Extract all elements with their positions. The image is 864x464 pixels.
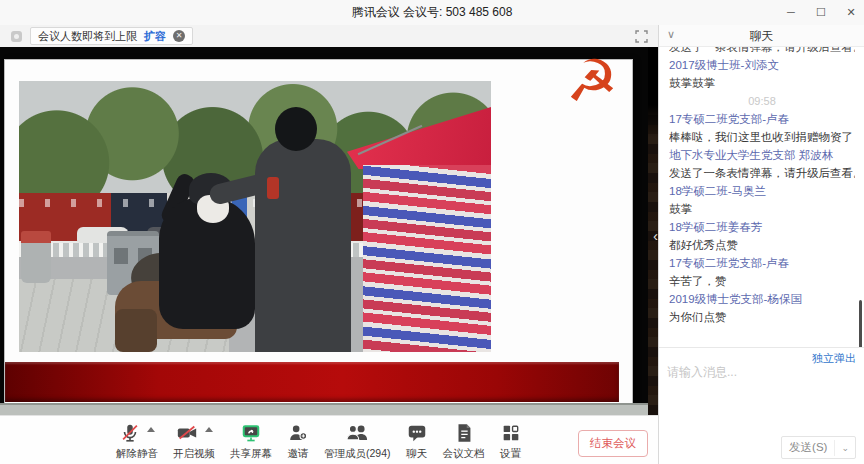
chat-timestamp: 09:58 <box>669 92 855 110</box>
document-icon <box>453 422 475 444</box>
expand-capacity-link[interactable]: 扩容 <box>144 29 166 44</box>
send-button-label[interactable]: 发送(S) <box>782 437 834 458</box>
chat-bubble-icon <box>406 422 428 444</box>
invite-button[interactable]: 邀请 <box>287 416 309 461</box>
chat-message-text: 发送了一条表情弹幕，请升级后查看。 <box>669 164 855 182</box>
chat-header: ∨ 聊天 <box>659 25 864 47</box>
close-icon[interactable]: ✕ <box>844 0 858 25</box>
chat-label: 聊天 <box>406 447 427 461</box>
popout-chat-link[interactable]: 独立弹出 <box>812 352 856 364</box>
chat-sender-name: 2017级博士班-刘添文 <box>669 56 855 74</box>
party-emblem-icon: ☭ <box>566 52 618 110</box>
notification-bar: 会议人数即将到上限 扩容 ✕ <box>0 25 658 47</box>
chat-message-text: 辛苦了，赞 <box>669 272 855 290</box>
invite-icon <box>287 422 309 444</box>
clipped-message: 发送了一条表情弹幕，请升级后查看。 <box>669 47 855 56</box>
start-video-button[interactable]: 开启视频 <box>173 416 215 461</box>
chat-scrollbar[interactable] <box>859 300 862 348</box>
unmute-button[interactable]: 解除静音 <box>116 416 158 461</box>
chat-message-text: 都好优秀点赞 <box>669 236 855 254</box>
temperature-check-photo <box>19 81 491 352</box>
notification-status-icon <box>11 31 22 42</box>
chevron-down-icon[interactable]: ∨ <box>667 28 675 41</box>
manage-members-label: 管理成员(294) <box>324 447 391 461</box>
minimize-icon[interactable]: ─ <box>784 0 798 25</box>
shared-screen-stage: ☭ ‹ <box>0 47 658 415</box>
chat-sender-name: 17专硕二班党支部-卢春 <box>669 254 855 272</box>
send-button[interactable]: 发送(S) ⌄ <box>781 436 856 459</box>
share-screen-label: 共享屏幕 <box>230 447 272 461</box>
unmute-options-caret-icon[interactable] <box>147 427 155 432</box>
end-meeting-button[interactable]: 结束会议 <box>578 430 648 457</box>
maximize-icon[interactable]: ☐ <box>814 0 828 25</box>
meeting-docs-label: 会议文档 <box>443 447 485 461</box>
camera-off-icon <box>175 422 199 444</box>
chat-sender-name: 18学硕二班姜春芳 <box>669 218 855 236</box>
popout-row: 独立弹出 <box>659 347 864 363</box>
capacity-notification: 会议人数即将到上限 扩容 ✕ <box>30 27 193 45</box>
start-video-options-caret-icon[interactable] <box>205 427 213 432</box>
photo-volunteer-collar <box>267 177 279 199</box>
meeting-docs-button[interactable]: 会议文档 <box>443 416 485 461</box>
share-screen-button[interactable]: 共享屏幕 <box>230 416 272 461</box>
chat-message-list: 发送了一条表情弹幕，请升级后查看。 2017级博士班-刘添文鼓掌鼓掌09:581… <box>659 47 864 347</box>
fullscreen-icon[interactable] <box>635 30 648 43</box>
chat-panel: ∨ 聊天 发送了一条表情弹幕，请升级后查看。 2017级博士班-刘添文鼓掌鼓掌0… <box>658 25 864 464</box>
meeting-toolbar: 解除静音 开启视频 共享屏幕 邀请 管理成员(294) 聊天 <box>0 415 658 464</box>
chat-sender-name: 地下水专业大学生党支部 郑波林 <box>669 146 855 164</box>
photo-scooter-front <box>115 309 157 352</box>
chat-sender-name: 2019级博士党支部-杨保国 <box>669 290 855 308</box>
titlebar: 腾讯会议 会议号: 503 485 608 ─ ☐ ✕ <box>0 0 864 25</box>
photo-planter <box>21 231 51 283</box>
start-video-label: 开启视频 <box>173 447 215 461</box>
photo-volunteer-head <box>275 107 317 151</box>
mic-muted-icon <box>119 422 141 444</box>
members-icon <box>344 422 370 444</box>
chat-message-text: 鼓掌 <box>669 200 855 218</box>
notification-text: 会议人数即将到上限 <box>38 29 137 44</box>
chat-sender-name: 18学硕二班-马奥兰 <box>669 182 855 200</box>
notification-close-icon[interactable]: ✕ <box>173 30 185 42</box>
slide-red-banner <box>5 362 619 402</box>
share-screen-icon <box>240 422 262 444</box>
chat-button[interactable]: 聊天 <box>406 416 428 461</box>
window-controls: ─ ☐ ✕ <box>784 0 858 25</box>
slide-gray-base <box>0 403 648 415</box>
photo-tent-stripes <box>363 165 491 352</box>
photo-volunteer <box>255 139 351 352</box>
settings-grid-icon <box>500 422 522 444</box>
settings-label: 设置 <box>500 447 521 461</box>
invite-label: 邀请 <box>288 447 309 461</box>
manage-members-button[interactable]: 管理成员(294) <box>324 416 391 461</box>
window-title: 腾讯会议 会议号: 503 485 608 <box>0 4 864 21</box>
presentation-slide: ☭ <box>5 60 632 403</box>
tencent-meeting-window: 腾讯会议 会议号: 503 485 608 ─ ☐ ✕ 会议人数即将到上限 扩容… <box>0 0 864 464</box>
toolbar-buttons: 解除静音 开启视频 共享屏幕 邀请 管理成员(294) 聊天 <box>116 416 522 464</box>
chat-message-text: 棒棒哒，我们这里也收到捐赠物资了 <box>669 128 855 146</box>
chat-title: 聊天 <box>659 25 864 47</box>
chat-message-text: 鼓掌鼓掌 <box>669 74 855 92</box>
chat-message-text: 为你们点赞 <box>669 308 855 326</box>
chat-sender-name: 17专硕二班党支部-卢春 <box>669 110 855 128</box>
unmute-label: 解除静音 <box>116 447 158 461</box>
chat-message-input[interactable] <box>667 365 855 379</box>
send-options-chevron-icon[interactable]: ⌄ <box>834 440 855 456</box>
settings-button[interactable]: 设置 <box>500 416 522 461</box>
